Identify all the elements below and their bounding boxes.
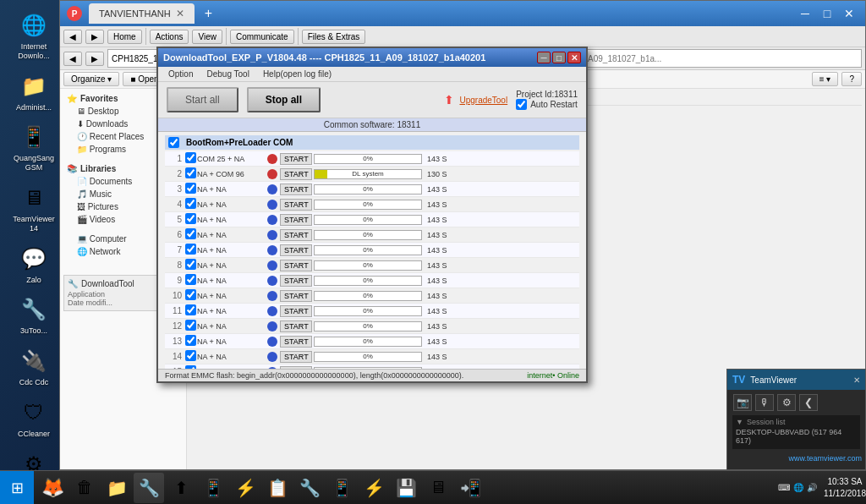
zalo-icon: 💬 bbox=[19, 244, 49, 274]
dt-menu-help[interactable]: Help(open log file) bbox=[256, 68, 338, 80]
start-btn-5[interactable]: START bbox=[280, 214, 312, 226]
table-row-12: 12 NA + NA START 0% 143 S bbox=[165, 319, 579, 334]
tv-footer: www.teamviewer.com bbox=[727, 452, 865, 464]
start-btn-15[interactable]: START bbox=[280, 366, 312, 370]
start-btn-2[interactable]: START bbox=[280, 168, 312, 180]
taskbar-icon-teamviewer-tray[interactable]: 🖥 bbox=[423, 473, 453, 503]
start-btn-1[interactable]: START bbox=[280, 153, 312, 165]
circle-4 bbox=[267, 200, 277, 210]
tv-buttons-row: 📷 🎙 ⚙ ❮ bbox=[732, 393, 860, 412]
nav-back-button[interactable]: ◀ bbox=[63, 52, 82, 66]
dt-close-button[interactable]: ✕ bbox=[567, 52, 581, 63]
desktop-icon-quangsang[interactable]: 📱 QuangSangGSM bbox=[3, 118, 64, 176]
start-button[interactable]: ⊞ bbox=[0, 471, 34, 505]
dt-minimize-button[interactable]: ─ bbox=[537, 52, 551, 63]
nav-forward-button[interactable]: ▶ bbox=[85, 52, 104, 66]
status-right-text: internet• Online bbox=[527, 371, 579, 380]
view-button[interactable]: View bbox=[192, 30, 222, 44]
3u-icon: 🔧 bbox=[19, 294, 49, 325]
internet-label: InternetDownlo... bbox=[18, 42, 50, 61]
desktop-icon-admin[interactable]: 📁 Administ... bbox=[3, 68, 64, 116]
dt-menubar: Option Debug Tool Help(open log file) bbox=[158, 67, 586, 82]
desktop-icon-zalo[interactable]: 💬 Zalo bbox=[3, 240, 64, 288]
browser-titlebar: P TANVIENTHANH ✕ + ─ □ ✕ bbox=[60, 1, 865, 26]
organize-button[interactable]: Organize ▾ bbox=[63, 72, 119, 86]
project-info: Project Id:18311 Auto Restart bbox=[516, 90, 578, 110]
taskbar-icon-samsung[interactable]: 📱 bbox=[198, 473, 228, 503]
taskbar-icon-imei[interactable]: 📋 bbox=[262, 473, 293, 503]
row-check-2[interactable] bbox=[185, 167, 196, 178]
start-btn-13[interactable]: START bbox=[280, 336, 312, 348]
taskbar-icon-iphone[interactable]: 📱 bbox=[326, 473, 357, 503]
communicate-button[interactable]: Communicate bbox=[230, 30, 294, 44]
minimize-button[interactable]: ─ bbox=[796, 6, 814, 21]
start-btn-9[interactable]: START bbox=[280, 275, 312, 287]
start-all-button[interactable]: Start all bbox=[167, 87, 238, 112]
back-button[interactable]: ◀ bbox=[63, 30, 82, 44]
taskbar-icon-easyjtag[interactable]: 🔧 bbox=[294, 473, 325, 503]
circle-14 bbox=[267, 352, 277, 362]
taskbar-icon-odin[interactable]: ⚡ bbox=[359, 473, 389, 503]
toolbar-separator-3 bbox=[298, 28, 299, 45]
tv-close-button[interactable]: ✕ bbox=[853, 375, 860, 385]
teamviewer-panel: TV TeamViewer ✕ 📷 🎙 ⚙ ❮ ▼ Session list D… bbox=[726, 369, 866, 470]
start-btn-11[interactable]: START bbox=[280, 305, 312, 317]
help-button[interactable]: ? bbox=[841, 72, 862, 86]
view-toggle-button[interactable]: ≡ ▾ bbox=[812, 72, 839, 86]
start-btn-10[interactable]: START bbox=[280, 290, 312, 302]
taskbar-icon-miracle[interactable]: 🔧 bbox=[134, 473, 164, 503]
row-check-1[interactable] bbox=[185, 152, 196, 163]
start-btn-4[interactable]: START bbox=[280, 199, 312, 211]
auto-restart-checkbox: Auto Restart bbox=[516, 99, 578, 110]
stop-all-button[interactable]: Stop all bbox=[247, 87, 321, 112]
taskbar-icon-firefox[interactable]: 🦊 bbox=[37, 473, 68, 503]
files-extras-button[interactable]: Files & Extras bbox=[302, 30, 366, 44]
taskbar-icon-folder[interactable]: 📁 bbox=[101, 473, 132, 503]
dt-table: BootRom+PreLoader COM 1 COM 25 + NA STAR… bbox=[158, 132, 586, 369]
start-btn-3[interactable]: START bbox=[280, 184, 312, 195]
dt-table-header: BootRom+PreLoader COM bbox=[165, 135, 579, 150]
start-btn-12[interactable]: START bbox=[280, 320, 312, 332]
tv-settings-button[interactable]: ⚙ bbox=[777, 394, 796, 411]
taskbar-icon-qdloader[interactable]: 💾 bbox=[391, 473, 421, 503]
home-button[interactable]: Home bbox=[107, 30, 142, 44]
tab-close-icon[interactable]: ✕ bbox=[176, 8, 184, 19]
desktop-icon-ccleaner[interactable]: 🛡 CCleaner bbox=[3, 394, 64, 442]
taskbar-clock: 10:33 SA 11/12/2018 bbox=[824, 476, 866, 500]
dt-menu-option[interactable]: Option bbox=[162, 68, 200, 80]
start-btn-8[interactable]: START bbox=[280, 260, 312, 271]
browser-tab-active[interactable]: TANVIENTHANH ✕ bbox=[89, 3, 195, 24]
admin-label: Administ... bbox=[16, 103, 52, 112]
teamviewer-desktop-icon: 🖥 bbox=[19, 183, 49, 213]
desktop-icon-3u[interactable]: 🔧 3uToo... bbox=[3, 291, 64, 339]
auto-restart-label: Auto Restart bbox=[530, 100, 578, 109]
start-btn-14[interactable]: START bbox=[280, 351, 312, 363]
new-tab-button[interactable]: + bbox=[201, 6, 216, 21]
row-size-1: 143 S bbox=[424, 155, 458, 163]
taskbar-icon-recycle[interactable]: 🗑 bbox=[69, 473, 100, 503]
desktop-icon-cdc[interactable]: 🔌 Cdc Cdc bbox=[3, 342, 64, 391]
close-button[interactable]: ✕ bbox=[840, 6, 858, 21]
header-checkbox[interactable] bbox=[168, 137, 179, 148]
taskbar-icon-odin3[interactable]: ⚡ bbox=[230, 473, 260, 503]
tv-title: TeamViewer bbox=[750, 375, 797, 385]
tv-camera-button[interactable]: 📷 bbox=[733, 394, 752, 411]
dt-maximize-button[interactable]: □ bbox=[552, 52, 566, 63]
circle-10 bbox=[267, 291, 277, 301]
circle-5 bbox=[267, 215, 277, 225]
start-btn-7[interactable]: START bbox=[280, 244, 312, 256]
forward-button[interactable]: ▶ bbox=[85, 30, 104, 44]
taskbar-icon-up[interactable]: ⬆ bbox=[166, 473, 196, 503]
tv-arrow-button[interactable]: ❮ bbox=[799, 394, 818, 411]
actions-button[interactable]: Actions bbox=[150, 30, 189, 44]
start-btn-6[interactable]: START bbox=[280, 229, 312, 241]
desktop-icon-teamviewer[interactable]: 🖥 TeamViewer14 bbox=[3, 179, 64, 237]
auto-restart-check[interactable] bbox=[516, 99, 527, 110]
browser-logo: P bbox=[67, 6, 82, 21]
dt-menu-debug[interactable]: Debug Tool bbox=[200, 68, 255, 80]
taskbar-icon-cph[interactable]: 📲 bbox=[455, 473, 485, 503]
desktop-icon-internet[interactable]: 🌐 InternetDownlo... bbox=[3, 7, 64, 64]
tv-audio-button[interactable]: 🎙 bbox=[755, 394, 774, 411]
cdc-icon: 🔌 bbox=[19, 346, 49, 376]
maximize-button[interactable]: □ bbox=[818, 6, 836, 21]
